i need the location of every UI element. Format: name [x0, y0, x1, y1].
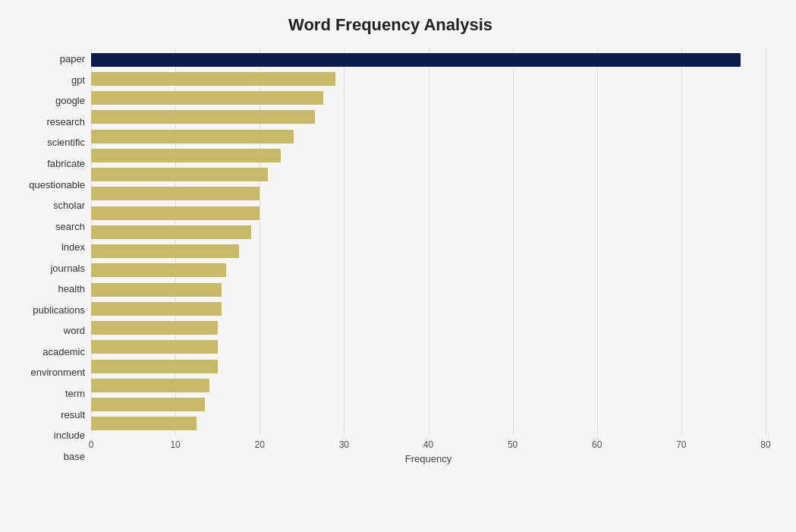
bar	[91, 110, 315, 124]
bar	[91, 263, 226, 277]
y-label: google	[55, 93, 85, 109]
bar-row	[91, 358, 766, 375]
bar	[91, 398, 205, 411]
bar	[91, 321, 218, 335]
bars-area	[91, 49, 766, 435]
x-tick: 30	[339, 439, 349, 450]
bar	[91, 417, 197, 430]
bar-row	[91, 415, 766, 432]
chart-area: papergptgoogleresearchscientificfabricat…	[15, 49, 766, 467]
bar-row	[91, 205, 766, 222]
bar-row	[91, 71, 766, 87]
y-label: publications	[33, 301, 85, 318]
bar	[91, 225, 251, 239]
bars-list	[91, 49, 766, 435]
y-label: scientific	[47, 134, 85, 151]
bar-row	[91, 128, 766, 145]
bar-row	[91, 224, 766, 241]
y-axis: papergptgoogleresearchscientificfabricat…	[15, 49, 91, 467]
bar	[91, 360, 218, 373]
bar-row	[91, 166, 766, 183]
bar	[91, 206, 260, 220]
y-label: result	[61, 406, 85, 423]
y-label: journals	[50, 260, 85, 276]
bar	[91, 168, 268, 181]
bar-row	[91, 262, 766, 279]
y-label: search	[55, 218, 85, 235]
bar-row	[91, 185, 766, 202]
bar	[91, 340, 218, 354]
bar	[91, 244, 239, 258]
y-label: environment	[30, 364, 85, 381]
x-tick: 60	[592, 439, 602, 450]
bar-row	[91, 301, 766, 317]
bar-row	[91, 377, 766, 394]
bar-row	[91, 109, 766, 125]
chart-container: Word Frequency Analysis papergptgooglere…	[0, 0, 796, 532]
y-label: paper	[60, 51, 85, 68]
y-label: base	[64, 448, 85, 464]
bar-row	[91, 243, 766, 260]
bar-row	[91, 282, 766, 298]
bar-row	[91, 320, 766, 336]
bar	[91, 149, 281, 162]
x-tick: 20	[255, 439, 265, 450]
y-label: term	[65, 386, 85, 402]
y-label: include	[54, 427, 85, 444]
y-label: word	[64, 323, 85, 339]
y-label: fabricate	[47, 156, 85, 172]
bar-row	[91, 90, 766, 106]
y-label: index	[61, 239, 85, 256]
x-tick: 40	[423, 439, 433, 450]
bar-row	[91, 396, 766, 413]
x-axis: 01020304050607080 Frequency	[91, 436, 766, 467]
bars-and-xaxis: 01020304050607080 Frequency	[91, 49, 766, 467]
x-tick: 70	[676, 439, 686, 450]
bar-row	[91, 338, 766, 355]
x-axis-label: Frequency	[91, 453, 766, 464]
x-tick: 0	[89, 439, 94, 450]
bar	[91, 91, 323, 105]
bar-row	[91, 147, 766, 164]
y-label: health	[58, 281, 85, 297]
bar-row	[91, 52, 766, 68]
bar	[91, 379, 209, 392]
y-label: gpt	[71, 71, 85, 88]
x-tick: 80	[760, 439, 770, 450]
bar	[91, 130, 294, 143]
y-label: questionable	[29, 176, 85, 193]
bar	[91, 283, 222, 297]
y-label: scholar	[53, 197, 85, 214]
x-tick: 50	[508, 439, 518, 450]
chart-title: Word Frequency Analysis	[15, 15, 766, 35]
bar	[91, 53, 741, 67]
grid-line	[766, 49, 766, 435]
y-label: academic	[42, 343, 85, 360]
x-tick: 10	[170, 439, 180, 450]
bar	[91, 72, 335, 86]
bar	[91, 187, 260, 200]
y-label: research	[46, 113, 85, 130]
bar	[91, 302, 222, 316]
